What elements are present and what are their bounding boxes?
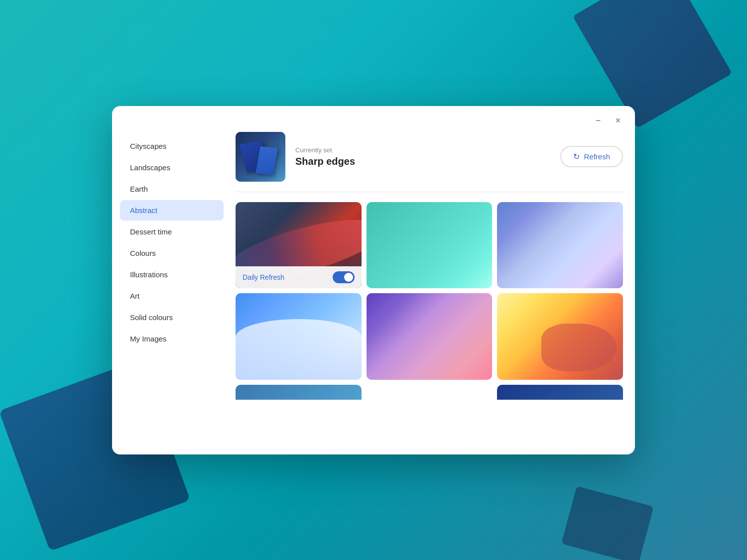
daily-refresh-overlay: Daily Refresh (236, 266, 362, 288)
wallpaper-header: Currently set Sharp edges ↻ Refresh (236, 132, 623, 192)
dialog-body: Cityscapes Landscapes Earth Abstract Des… (112, 132, 635, 454)
wallpaper-item-partial-3[interactable] (497, 385, 623, 400)
refresh-label: Refresh (584, 152, 610, 161)
wallpaper-item-partial-1[interactable] (236, 385, 362, 400)
header-info: Currently set Sharp edges (295, 146, 550, 167)
sidebar-item-cityscapes[interactable]: Cityscapes (120, 136, 224, 156)
daily-refresh-label: Daily Refresh (243, 273, 284, 281)
bg-shape-3 (561, 486, 654, 560)
currently-set-label: Currently set (295, 146, 550, 154)
sidebar-item-abstract[interactable]: Abstract (120, 200, 224, 221)
wallpaper-item-5[interactable] (367, 293, 493, 380)
sidebar: Cityscapes Landscapes Earth Abstract Des… (112, 132, 232, 447)
sidebar-item-solid-colours[interactable]: Solid colours (120, 307, 224, 328)
refresh-button[interactable]: ↻ Refresh (560, 146, 623, 167)
daily-refresh-toggle[interactable] (333, 271, 355, 283)
wallpaper-dialog: − × Cityscapes Landscapes Earth Abstract… (112, 106, 635, 454)
current-wallpaper-thumbnail (236, 132, 285, 182)
wallpaper-item-3[interactable] (497, 202, 623, 289)
sidebar-item-earth[interactable]: Earth (120, 179, 224, 199)
sharp-edges-art (236, 132, 285, 182)
sidebar-item-landscapes[interactable]: Landscapes (120, 157, 224, 178)
sidebar-item-art[interactable]: Art (120, 286, 224, 306)
sidebar-item-my-images[interactable]: My Images (120, 329, 224, 349)
wallpaper-item-partial-2 (367, 385, 493, 400)
wallpaper-item-2[interactable] (367, 202, 493, 289)
refresh-icon: ↻ (573, 152, 580, 161)
wallpaper-item-1[interactable]: Daily Refresh (236, 202, 362, 289)
wallpaper-grid: Daily Refresh (236, 202, 623, 380)
sidebar-item-dessert[interactable]: Dessert time (120, 222, 224, 242)
wallpaper-item-4[interactable] (236, 293, 362, 380)
minimize-button[interactable]: − (591, 114, 605, 128)
close-button[interactable]: × (611, 114, 625, 128)
sidebar-item-illustrations[interactable]: Illustrations (120, 264, 224, 285)
wallpaper-name: Sharp edges (295, 156, 550, 167)
sidebar-item-colours[interactable]: Colours (120, 243, 224, 263)
main-content: Currently set Sharp edges ↻ Refresh Dail… (232, 132, 635, 447)
partial-row (236, 385, 623, 400)
wallpaper-item-6[interactable] (497, 293, 623, 380)
titlebar: − × (112, 106, 635, 132)
